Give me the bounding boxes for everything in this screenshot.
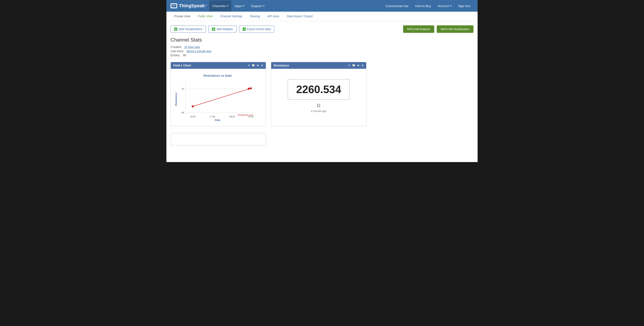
stats-entries-row: Entries: 98 [170, 54, 474, 57]
chevron-down-icon [243, 5, 244, 7]
stats-last-entry-row: Last entry: about a minute ago [170, 49, 474, 53]
resistance-gauge-icons: ↗ 💬 ✏ ✕ [348, 64, 364, 67]
svg-point-13 [192, 105, 194, 107]
edit-icon[interactable]: ✏ [357, 64, 360, 67]
gauge-value: 2260.534 [296, 83, 341, 95]
brand-logo[interactable]: ThingSpeak™ [170, 3, 207, 9]
matlab-visualization-button[interactable]: MATLAB Visualization [437, 25, 474, 33]
nav-right: Commercial Use How to Buy Account Sign O… [382, 1, 474, 12]
chevron-down-icon [226, 5, 228, 7]
toolbar-right: MATLAB Analysis MATLAB Visualization [403, 25, 474, 33]
tab-sharing[interactable]: Sharing [246, 12, 264, 21]
logo-icon [170, 3, 177, 8]
nav-how-to-buy[interactable]: How to Buy [412, 1, 434, 12]
nav-sign-out[interactable]: Sign Out [455, 1, 474, 12]
nav-account[interactable]: Account [434, 1, 454, 12]
close-icon[interactable]: ✕ [261, 64, 263, 67]
external-link-icon[interactable]: ↗ [247, 64, 250, 67]
nav-left: Channels Apps Support [209, 1, 268, 12]
field1-svg-chart: Resistance vs Date 2k 0k 16:00 3. Dec 08… [174, 72, 261, 122]
charts-area: Field 1 Chart ↗ 💬 ✏ ✕ Resistance vs Date [166, 62, 478, 126]
toolbar: + Add Visualizations + Add Widgets ↗ Exp… [166, 21, 478, 35]
channel-stats: Channel Stats Created: 15 days ago Last … [166, 35, 478, 62]
gauge-time: a minute ago [311, 109, 326, 113]
add-card-placeholder [170, 133, 266, 145]
resistance-gauge-header: Resistance ↗ 💬 ✏ ✕ [271, 62, 366, 69]
gauge-unit: Ω [317, 103, 320, 108]
chevron-down-icon [263, 5, 264, 7]
resistance-gauge-body: 2260.534 Ω a minute ago [271, 69, 366, 123]
svg-text:2k: 2k [182, 87, 184, 90]
tabs-bar: Private View Public View Channel Setting… [166, 12, 478, 21]
add-visualizations-button[interactable]: + Add Visualizations [170, 26, 206, 33]
svg-text:Resistance vs Date: Resistance vs Date [204, 74, 232, 77]
brand-name: ThingSpeak [179, 3, 205, 9]
nav-apps[interactable]: Apps [231, 1, 248, 12]
chevron-down-icon [450, 5, 452, 7]
svg-text:3. Dec: 3. Dec [210, 115, 216, 118]
close-icon[interactable]: ✕ [361, 64, 364, 67]
created-value[interactable]: 15 days ago [184, 45, 200, 49]
svg-text:Resistance: Resistance [175, 92, 178, 106]
svg-point-15 [250, 87, 252, 89]
tab-private-view[interactable]: Private View [170, 12, 194, 21]
stats-created-row: Created: 15 days ago [170, 45, 474, 49]
svg-text:ThingSpeak.com: ThingSpeak.com [237, 114, 253, 116]
external-link-icon[interactable]: ↗ [348, 64, 350, 67]
resistance-gauge-card: Resistance ↗ 💬 ✏ ✕ 2260.534 Ω a minute a… [271, 62, 366, 126]
last-entry-label: Last entry: [170, 49, 184, 53]
nav-channels[interactable]: Channels [209, 1, 231, 12]
plus-icon: + [174, 28, 178, 31]
tab-channel-settings[interactable]: Channel Settings [216, 12, 246, 21]
tab-api-keys[interactable]: API Keys [264, 12, 283, 21]
comment-icon[interactable]: 💬 [352, 64, 356, 67]
svg-text:16:00: 16:00 [190, 115, 195, 118]
field1-chart-card: Field 1 Chart ↗ 💬 ✏ ✕ Resistance vs Date [170, 62, 266, 126]
export-icon: ↗ [242, 28, 246, 31]
field1-chart-body: Resistance vs Date 2k 0k 16:00 3. Dec 08… [171, 69, 266, 126]
field1-chart-title: Field 1 Chart [173, 64, 247, 67]
matlab-analysis-button[interactable]: MATLAB Analysis [403, 25, 434, 33]
comment-icon[interactable]: 💬 [252, 64, 255, 67]
svg-point-14 [248, 88, 250, 90]
field1-chart-header: Field 1 Chart ↗ 💬 ✏ ✕ [171, 62, 266, 69]
nav-commercial-use[interactable]: Commercial Use [382, 1, 412, 12]
export-recent-data-button[interactable]: ↗ Export recent data [239, 26, 274, 33]
entries-value: 98 [183, 54, 186, 57]
entries-label: Entries: [170, 54, 180, 57]
channel-stats-title: Channel Stats [170, 37, 474, 43]
svg-text:Date: Date [215, 118, 220, 121]
tab-public-view[interactable]: Public View [194, 12, 216, 21]
navbar: ThingSpeak™ Channels Apps Support Commer… [166, 0, 478, 12]
add-widgets-button[interactable]: + Add Widgets [208, 26, 236, 33]
brand-tm: ™ [205, 5, 207, 7]
svg-text:08:00: 08:00 [230, 115, 235, 118]
plus-icon: + [212, 28, 215, 31]
gauge-value-box: 2260.534 [288, 79, 350, 99]
resistance-gauge-title: Resistance [274, 64, 348, 67]
created-label: Created: [170, 45, 182, 49]
tab-data-import-export[interactable]: Data Import / Export [283, 12, 316, 21]
svg-text:0k: 0k [182, 111, 184, 114]
last-entry-value[interactable]: about a minute ago [186, 49, 212, 53]
nav-support[interactable]: Support [248, 1, 268, 12]
field1-chart-icons: ↗ 💬 ✏ ✕ [247, 64, 263, 67]
edit-icon[interactable]: ✏ [257, 64, 259, 67]
